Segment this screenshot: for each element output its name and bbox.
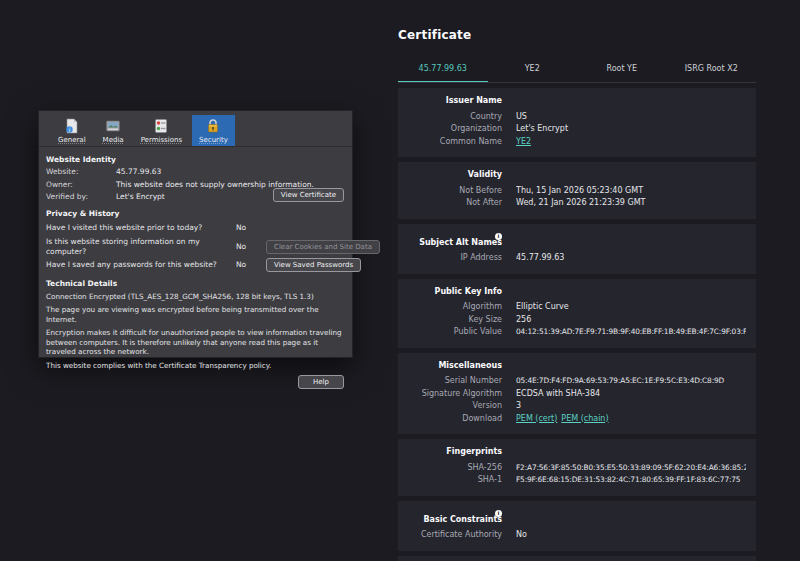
certificate-authority-row: Certificate Authority No <box>398 529 746 542</box>
serial-number-value: 05:4E:7D:F4:FD:9A:69:53:79:A5:EC:1E:F9:5… <box>516 375 746 388</box>
signature-algorithm-label: Signature Algorithm <box>398 388 502 401</box>
passwords-question: Have I saved any passwords for this webs… <box>46 260 236 270</box>
tab-general[interactable]: i General <box>51 115 93 146</box>
section-fingerprints: Fingerprints SHA-256 F2:A7:56:3F:85:50:B… <box>398 439 756 496</box>
certificate-authority-label: Certificate Authority <box>398 529 502 542</box>
public-value-row: Public Value 04:12:51:39:AD:7E:F9:71:9B:… <box>398 326 746 339</box>
miscellaneous-title: Miscellaneous <box>398 360 502 372</box>
page-info-dialog: i General Media Permissions Security Web… <box>38 110 353 358</box>
country-row: Country US <box>398 111 746 124</box>
technical-details-section: Technical Details Connection Encrypted (… <box>46 279 344 389</box>
sha1-row: SHA-1 F5:9F:6E:68:15:DE:31:53:82:4C:71:8… <box>398 474 746 487</box>
organization-value: Let's Encrypt <box>516 123 746 136</box>
subject-alt-names-title: Subject Alt Names <box>398 237 502 249</box>
sha256-row: SHA-256 F2:A7:56:3F:85:50:B0:35:E5:50:33… <box>398 462 746 475</box>
section-validity: Validity Not Before Thu, 15 Jan 2026 05:… <box>398 162 756 219</box>
sha1-label: SHA-1 <box>398 474 502 487</box>
key-size-value: 256 <box>516 314 746 327</box>
owner-label: Owner: <box>46 180 116 190</box>
algorithm-label: Algorithm <box>398 301 502 314</box>
passwords-answer: No <box>236 260 266 270</box>
ip-address-value: 45.77.99.63 <box>516 252 746 265</box>
tab-general-label: General <box>58 136 86 144</box>
website-label: Website: <box>46 167 116 177</box>
website-identity-title: Website Identity <box>46 155 344 164</box>
country-value: US <box>516 111 746 124</box>
organization-row: Organization Let's Encrypt <box>398 123 746 136</box>
certificate-page: Certificate 45.77.99.63 YE2 Root YE ISRG… <box>398 0 756 561</box>
page-info-tabbar: i General Media Permissions Security <box>39 111 352 147</box>
view-certificate-button[interactable]: View Certificate <box>273 188 344 202</box>
tab-security[interactable]: Security <box>192 115 235 146</box>
visited-row: Have I visited this website prior to tod… <box>46 221 344 235</box>
sha256-value: F2:A7:56:3F:85:50:B0:35:E5:50:33:89:09:5… <box>516 462 746 475</box>
version-label: Version <box>398 400 502 413</box>
page-info-content: Website Identity Website: 45.77.99.63 Ow… <box>39 147 352 396</box>
visited-question: Have I visited this website prior to tod… <box>46 223 236 233</box>
not-before-row: Not Before Thu, 15 Jan 2026 05:23:40 GMT <box>398 185 746 198</box>
website-identity-section: Website Identity Website: 45.77.99.63 Ow… <box>46 155 344 202</box>
section-miscellaneous: Miscellaneous Serial Number 05:4E:7D:F4:… <box>398 353 756 435</box>
not-before-label: Not Before <box>398 185 502 198</box>
common-name-row: Common Name YE2 <box>398 136 746 149</box>
tab-media[interactable]: Media <box>96 115 131 146</box>
not-after-label: Not After <box>398 197 502 210</box>
clear-cookies-button[interactable]: Clear Cookies and Site Data <box>266 240 380 254</box>
cert-tab-root[interactable]: Root YE <box>577 56 667 82</box>
media-icon <box>105 118 121 134</box>
privacy-history-title: Privacy & History <box>46 209 344 218</box>
algorithm-row: Algorithm Elliptic Curve <box>398 301 746 314</box>
fingerprints-title: Fingerprints <box>398 446 502 458</box>
general-page-icon: i <box>64 118 80 134</box>
ip-address-row: IP Address 45.77.99.63 <box>398 252 746 265</box>
desktop: { "colors": { "page_bg": "#1b1b21", "car… <box>0 0 800 561</box>
section-basic-constraints: i Basic Constraints Certificate Authorit… <box>398 501 756 551</box>
technical-details-title: Technical Details <box>46 279 344 288</box>
pem-cert-link[interactable]: PEM (cert) <box>516 414 557 423</box>
issuer-name-title: Issuer Name <box>398 95 502 107</box>
tab-media-label: Media <box>103 136 124 144</box>
sha256-label: SHA-256 <box>398 462 502 475</box>
serial-number-label: Serial Number <box>398 375 502 388</box>
cert-tab-intermediate[interactable]: YE2 <box>488 56 578 82</box>
page-title: Certificate <box>398 28 756 42</box>
validity-title: Validity <box>398 169 502 181</box>
passwords-row: Have I saved any passwords for this webs… <box>46 258 344 272</box>
ip-address-label: IP Address <box>398 252 502 265</box>
cert-tab-leaf[interactable]: 45.77.99.63 <box>398 56 488 82</box>
certificate-authority-value: No <box>516 529 746 542</box>
public-key-info-title: Public Key Info <box>398 286 502 298</box>
common-name-link[interactable]: YE2 <box>516 137 531 146</box>
help-button[interactable]: Help <box>298 375 344 389</box>
sha1-value: F5:9F:6E:68:15:DE:31:53:82:4C:71:80:65:3… <box>516 474 746 487</box>
public-value-label: Public Value <box>398 326 502 339</box>
key-size-label: Key Size <box>398 314 502 327</box>
key-size-row: Key Size 256 <box>398 314 746 327</box>
section-issuer-name: Issuer Name Country US Organization Let'… <box>398 88 756 157</box>
certificate-transparency-line: This website complies with the Certifica… <box>46 361 344 371</box>
signature-algorithm-row: Signature Algorithm ECDSA with SHA-384 <box>398 388 746 401</box>
not-after-row: Not After Wed, 21 Jan 2026 21:23:39 GMT <box>398 197 746 210</box>
country-label: Country <box>398 111 502 124</box>
public-value: 04:12:51:39:AD:7E:F9:71:9B:9F:40:EB:FF:1… <box>516 326 746 339</box>
section-next-partial <box>398 556 756 561</box>
serial-number-row: Serial Number 05:4E:7D:F4:FD:9A:69:53:79… <box>398 375 746 388</box>
download-row: Download PEM (cert)PEM (chain) <box>398 413 746 426</box>
section-subject-alt-names: i Subject Alt Names IP Address 45.77.99.… <box>398 224 756 274</box>
view-saved-passwords-button[interactable]: View Saved Passwords <box>266 258 361 272</box>
certificate-chain-tabbar: 45.77.99.63 YE2 Root YE ISRG Root X2 <box>398 56 756 83</box>
common-name-label: Common Name <box>398 136 502 149</box>
tab-permissions-label: Permissions <box>141 136 182 144</box>
version-value: 3 <box>516 400 746 413</box>
pem-chain-link[interactable]: PEM (chain) <box>561 414 608 423</box>
verified-by-label: Verified by: <box>46 192 116 202</box>
not-after-value: Wed, 21 Jan 2026 21:23:39 GMT <box>516 197 746 210</box>
cookies-question: Is this website storing information on m… <box>46 237 236 256</box>
encrypted-transmit-line: The page you are viewing was encrypted b… <box>46 305 344 325</box>
visited-answer: No <box>236 223 266 233</box>
algorithm-value: Elliptic Curve <box>516 301 746 314</box>
tab-permissions[interactable]: Permissions <box>134 115 189 146</box>
cert-tab-isrg-root-x2[interactable]: ISRG Root X2 <box>667 56 757 82</box>
download-label: Download <box>398 413 502 426</box>
connection-encrypted-line: Connection Encrypted (TLS_AES_128_GCM_SH… <box>46 292 344 302</box>
